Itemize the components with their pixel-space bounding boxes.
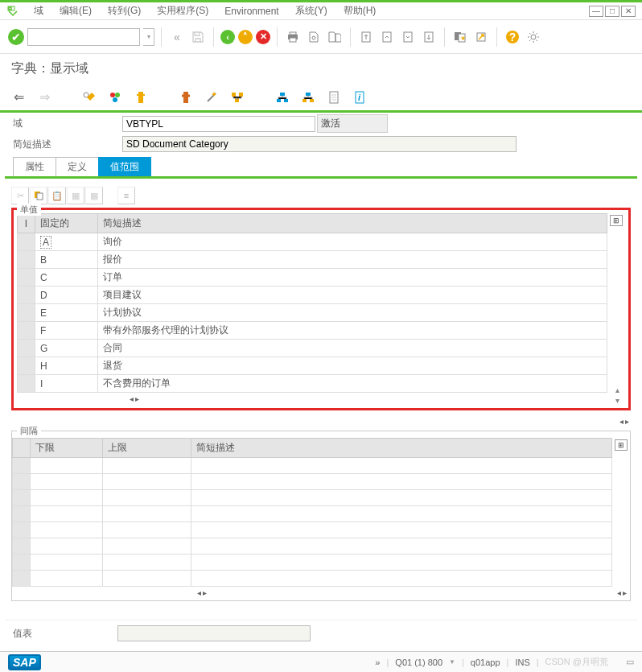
settings-icon[interactable] [525,28,542,46]
cut-icon[interactable]: ✂ [11,187,29,204]
app-menu-icon[interactable] [6,5,19,18]
int-col-low[interactable]: 下限 [31,439,103,458]
cell-low[interactable] [31,571,103,587]
row-selector[interactable] [13,555,31,571]
cell-desc[interactable] [191,555,612,571]
table-row[interactable] [13,490,612,506]
table-row[interactable] [13,522,612,538]
tab-attributes[interactable]: 属性 [13,157,56,176]
hierarchy2-icon[interactable] [301,90,315,105]
tab-value-range[interactable]: 值范围 [98,157,151,176]
table-row[interactable] [13,571,612,587]
cell-desc[interactable]: 退货 [98,357,607,375]
delete-row-icon[interactable]: ▦ [85,187,103,204]
menu-help[interactable]: 帮助(H) [335,2,385,19]
int-grid-config-icon[interactable]: ⊞ [615,439,628,451]
table-row[interactable]: B报价 [18,251,607,269]
cell-high[interactable] [103,506,191,522]
insert-row-icon[interactable]: ▦ [67,187,84,204]
cell-high[interactable] [103,555,191,571]
nav-fwd-icon[interactable]: ⇒ [37,90,51,105]
row-selector[interactable] [18,322,35,340]
int-col-high[interactable]: 上限 [103,439,191,458]
command-field[interactable] [27,28,140,46]
status-system[interactable]: Q01 (1) 800 [395,658,442,667]
row-selector[interactable] [18,340,35,357]
table-row[interactable]: F带有外部服务代理的计划协议 [18,322,607,340]
cell-desc[interactable]: 订单 [98,269,607,287]
col-desc[interactable]: 简短描述 [98,214,607,233]
row-selector[interactable] [18,375,35,393]
cancel-button[interactable]: ✕ [256,30,270,44]
back-button[interactable]: ‹ [220,30,235,44]
row-selector[interactable] [18,304,35,322]
copy-icon[interactable] [30,187,47,204]
cell-desc[interactable]: 不含费用的订单 [98,375,607,393]
row-selector[interactable] [18,357,35,375]
desc-field[interactable] [122,136,516,152]
menu-domain[interactable]: 域 [26,2,51,19]
cell-high[interactable] [103,571,191,587]
expand-icon[interactable]: ≡ [117,187,135,204]
cell-fixed[interactable]: C [35,269,98,287]
single-values-grid[interactable]: I 固定的 简短描述 A询价B报价C订单D项目建议E计划协议F带有外部服务代理的… [17,213,607,393]
cell-low[interactable] [31,490,103,506]
domain-field[interactable] [122,116,315,132]
find-icon[interactable] [305,28,323,46]
info-icon[interactable]: i [352,90,367,105]
row-selector[interactable] [13,458,31,474]
row-selector[interactable] [13,571,31,587]
cell-high[interactable] [103,490,191,506]
cell-fixed[interactable]: B [35,251,98,269]
cell-desc[interactable] [191,571,612,587]
cell-desc[interactable] [191,538,612,555]
table-row[interactable] [13,506,612,522]
table-row[interactable]: I不含费用的订单 [18,375,607,393]
col-marker[interactable]: I [18,214,35,233]
help-icon[interactable]: ? [504,28,521,46]
cell-desc[interactable]: 合同 [98,340,607,357]
row-selector[interactable] [13,474,31,490]
row-selector[interactable] [13,506,31,522]
menu-utilities[interactable]: 实用程序(S) [149,2,216,19]
cell-desc[interactable] [191,474,612,490]
prev-page-icon[interactable] [378,28,396,46]
col-fixed[interactable]: 固定的 [35,214,98,233]
print-icon[interactable] [284,28,302,46]
row-selector[interactable] [18,269,35,287]
cell-high[interactable] [103,474,191,490]
cell-desc[interactable]: 询价 [98,233,607,251]
minimize-button[interactable]: — [589,6,603,17]
cell-desc[interactable]: 报价 [98,251,607,269]
paste-icon[interactable]: 📋 [48,187,66,204]
hierarchy-icon[interactable] [275,90,290,105]
table-row[interactable] [13,474,612,490]
status-tray-icon[interactable]: ▭ [626,657,634,667]
wand-icon[interactable] [204,90,219,105]
row-selector[interactable] [13,522,31,538]
table-row[interactable]: D项目建议 [18,287,607,304]
menu-environment[interactable]: Environment [216,4,286,19]
where-used-icon[interactable] [230,90,245,105]
cell-fixed[interactable]: A [35,233,98,251]
menu-system[interactable]: 系统(Y) [287,2,335,19]
cell-fixed[interactable]: I [35,375,98,393]
first-page-icon[interactable] [357,28,375,46]
cell-low[interactable] [31,538,103,555]
cell-fixed[interactable]: F [35,322,98,340]
cell-fixed[interactable]: E [35,304,98,322]
cell-low[interactable] [31,506,103,522]
cell-desc[interactable] [191,522,612,538]
display-change-icon[interactable] [82,90,97,105]
new-session-icon[interactable]: ★ [451,28,469,46]
table-row[interactable]: E计划协议 [18,304,607,322]
row-selector[interactable] [18,251,35,269]
status-expand-icon[interactable]: » [375,658,380,667]
row-selector[interactable] [18,287,35,304]
table-row[interactable]: C订单 [18,269,607,287]
maximize-button[interactable]: □ [605,6,619,17]
check-icon[interactable] [134,90,148,105]
other-object-icon[interactable] [108,90,122,105]
cell-desc[interactable] [191,490,612,506]
grid-config-icon[interactable]: ⊞ [610,215,623,226]
